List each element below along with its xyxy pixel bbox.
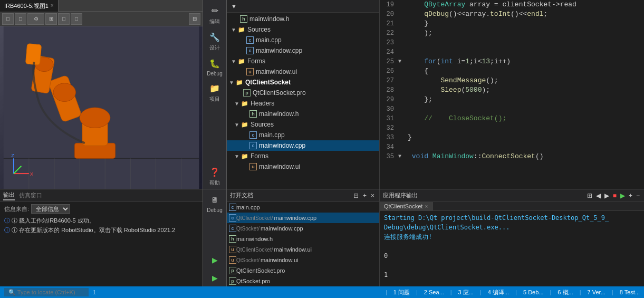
line-num-35: 35 — [380, 152, 398, 161]
info-source-select[interactable]: 全部信息 — [31, 204, 70, 214]
open-files-list: c main.cpp c QtClientSocket/mainwindow.c… — [227, 202, 379, 286]
toolbar-btn-3[interactable]: ⚙ — [27, 13, 44, 25]
cpp-icon-open: c — [229, 204, 236, 211]
sidebar-project-btn[interactable]: 📁 项目 — [204, 80, 225, 105]
file-tree-panel: ▼ h mainwindow.h ▼ 📁 Sources c main.cpp — [227, 0, 380, 189]
file-tree-header: ▼ — [227, 0, 379, 13]
open-file-qtclient-pro[interactable]: p QtClientSocket.pro — [227, 265, 379, 276]
bottom-left-header: 输出 仿真窗口 — [0, 189, 203, 202]
pro-icon-open: p — [229, 267, 236, 274]
tree-arrow-forms-sub: ▼ — [234, 153, 241, 159]
file-tree-title: ▼ — [231, 3, 237, 9]
open-file-qtsocket-mainwindow-cpp[interactable]: c QtSocket/mainwindow.cpp — [227, 223, 379, 234]
line-code-27: SendMessage(); — [406, 76, 644, 85]
toolbar-btn-7[interactable]: ⊟ — [189, 13, 200, 25]
tree-item-label: mainwindow.ui — [256, 68, 297, 75]
sidebar-design-btn[interactable]: 🔧 设计 — [204, 28, 225, 54]
tree-item-headers[interactable]: ▼ 📁 Headers — [227, 98, 379, 109]
tree-item-mainwindow-h-top[interactable]: h mainwindow.h — [227, 14, 379, 24]
tree-item-label: main.cpp — [256, 36, 282, 44]
tree-item-qtclient-pro[interactable]: p QtClientSocket.pro — [227, 88, 379, 98]
code-editor-content[interactable]: 19 QByteArray array = clientSocket->read… — [380, 0, 644, 189]
toolbar-btn-6[interactable]: □ — [71, 13, 82, 25]
status-problems[interactable]: 1 问题 — [393, 289, 410, 296]
open-file-mainwindow-h[interactable]: h mainwindow.h — [227, 234, 379, 244]
tree-item-mainwindow-cpp-top[interactable]: c mainwindow.cpp — [227, 45, 379, 56]
line-num-28: 28 — [380, 85, 398, 95]
line-arrow-25: ▼ — [398, 57, 406, 66]
status-version[interactable]: 7 Ver... — [588, 289, 605, 295]
output-stop-btn[interactable]: ■ — [612, 192, 618, 199]
output-add-btn[interactable]: + — [628, 192, 633, 199]
status-app[interactable]: 3 应... — [458, 289, 474, 296]
tree-arrow-qtclient: ▼ — [229, 80, 235, 85]
sidebar-edit-btn[interactable]: ✏ 编辑 — [204, 2, 225, 27]
open-file-qtsocket-pro[interactable]: p QtSocket.pro — [227, 276, 379, 286]
open-file-qtclient-mainwindow-cpp[interactable]: c QtClientSocket/mainwindow.cpp — [227, 213, 379, 223]
tree-item-mainwindow-ui-sub[interactable]: u mainwindow.ui — [227, 161, 379, 172]
line-code-19: QByteArray array = clientSocket->read — [406, 0, 644, 9]
edit-icon: ✏ — [208, 4, 221, 17]
tree-item-main-cpp-sub[interactable]: c main.cpp — [227, 130, 379, 140]
code-line-26: 26 { — [380, 66, 644, 76]
tree-item-label: mainwindow.ui — [259, 163, 300, 170]
output-prev-btn[interactable]: ◀ — [595, 192, 602, 199]
output-run-btn[interactable]: ▶ — [619, 192, 626, 199]
simulation-tab-label[interactable]: 仿真窗口 — [19, 191, 42, 199]
output-tab-label[interactable]: 输出 — [3, 191, 15, 200]
open-file-qtsocket-mainwindow-ui[interactable]: u QtSocket/mainwindow.ui — [227, 255, 379, 265]
output-minus-btn[interactable]: − — [635, 192, 641, 199]
cpp-icon-open-3: c — [229, 225, 236, 232]
bottom-sidebar-play-btn[interactable]: ▶ — [204, 252, 225, 268]
output-tab-close-icon[interactable]: × — [425, 204, 428, 209]
sidebar-help-btn[interactable]: ❓ 帮助 — [204, 164, 225, 189]
tree-item-label: mainwindow.h — [259, 110, 299, 118]
add-btn[interactable]: + — [361, 192, 368, 199]
bottom-sidebar-monitor-btn[interactable]: 🖥 Debug — [204, 191, 225, 215]
output-line-6 — [384, 261, 640, 270]
status-search[interactable]: 2 Sea... — [424, 289, 444, 295]
output-header: 应用程序输出 ⊞ ◀ ▶ ■ ▶ + − — [380, 189, 644, 202]
tree-item-mainwindow-ui-top[interactable]: u mainwindow.ui — [227, 66, 379, 77]
status-compile[interactable]: 4 编译... — [488, 289, 509, 296]
tree-item-main-cpp-top[interactable]: c main.cpp — [227, 35, 379, 45]
tree-item-sources-sub[interactable]: ▼ 📁 Sources — [227, 119, 379, 130]
locate-input[interactable] — [4, 288, 89, 296]
tree-item-qtclient-project[interactable]: ▼ 📁 QtClientSocket — [227, 77, 379, 88]
open-file-main-cpp[interactable]: c main.cpp — [227, 202, 379, 213]
bottom-sidebar-play2-btn[interactable]: ▶ — [204, 270, 225, 286]
toolbar-btn-1[interactable]: □ — [2, 13, 14, 25]
toolbar-btn-2[interactable]: □ — [15, 13, 26, 25]
ui-file-icon-2: u — [249, 162, 257, 171]
split-btn[interactable]: ⊟ — [352, 192, 360, 199]
output-tab-qtclient[interactable]: QtClientSocket × — [380, 202, 432, 210]
tree-item-mainwindow-cpp-sub[interactable]: c mainwindow.cpp — [227, 140, 379, 151]
open-files-title: 打开文档 — [230, 191, 350, 199]
sidebar-debug-btn[interactable]: 🐛 Debug — [204, 55, 225, 79]
tree-item-mainwindow-h[interactable]: h mainwindow.h — [227, 109, 379, 119]
tab-close-icon[interactable]: × — [51, 0, 54, 12]
output-line-2: Debug\debug\QtClientSocket.exe... — [384, 223, 640, 232]
bottom-left-panel: 输出 仿真窗口 信息来自: 全部信息 ⓘ ⓘ 载入工作站IRB4600-5 成功… — [0, 189, 203, 286]
status-overview[interactable]: 6 概... — [558, 289, 573, 296]
status-debug[interactable]: 5 Deb... — [523, 289, 544, 295]
open-file-qtclient-mainwindow-ui[interactable]: u QtClientSocket/mainwindow.ui — [227, 244, 379, 255]
tree-item-forms-top[interactable]: ▼ 📁 Forms — [227, 56, 379, 66]
toolbar-btn-4[interactable]: ⊞ — [45, 13, 57, 25]
cpp-icon-open-2: c — [229, 214, 236, 222]
close-files-btn[interactable]: × — [369, 192, 376, 199]
status-test[interactable]: 8 Test... — [620, 289, 640, 295]
tree-item-label-qtclient: QtClientSocket — [245, 79, 291, 86]
robot-view-tab[interactable]: IRB4600-5:视图1 × — [0, 0, 59, 12]
tree-item-sources-top[interactable]: ▼ 📁 Sources — [227, 24, 379, 35]
app-output-panel: 应用程序输出 ⊞ ◀ ▶ ■ ▶ + − QtClientSocket × St… — [380, 189, 644, 286]
cpp-file-icon-2: c — [246, 46, 254, 55]
output-line-5: 0 — [384, 251, 640, 261]
line-code-34 — [406, 142, 644, 152]
line-num-34: 34 — [380, 142, 398, 152]
open-files-header: 打开文档 ⊟ + × — [227, 189, 379, 202]
output-icon-1[interactable]: ⊞ — [586, 192, 593, 199]
tree-item-forms-sub[interactable]: ▼ 📁 Forms — [227, 151, 379, 161]
output-next-btn[interactable]: ▶ — [603, 192, 610, 199]
toolbar-btn-5[interactable]: □ — [58, 13, 70, 25]
